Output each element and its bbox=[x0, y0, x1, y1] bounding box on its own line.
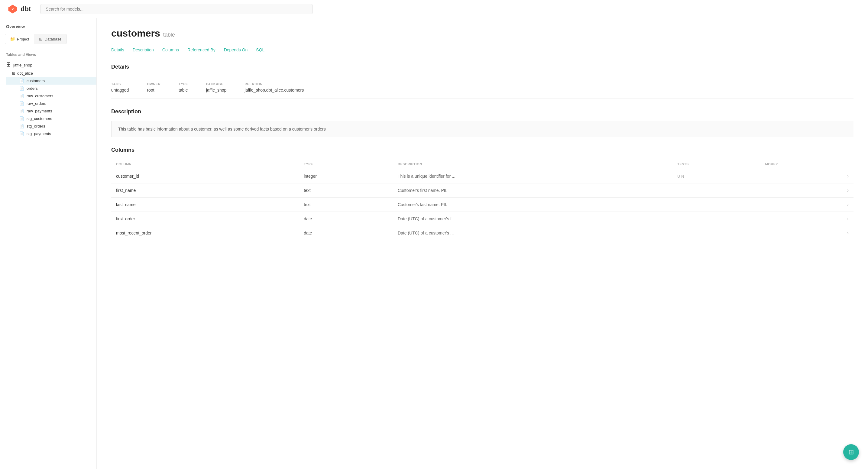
col-tests-most-recent-order bbox=[673, 226, 761, 240]
detail-owner: OWNER root bbox=[147, 82, 160, 92]
item-icon-stg-payments: 📄 bbox=[19, 131, 24, 136]
database-tab-icon: ⊞ bbox=[39, 37, 42, 41]
fab-icon: ⊞ bbox=[848, 448, 854, 456]
col-tests-first-name bbox=[673, 183, 761, 198]
sidebar-item-raw-customers-label: raw_customers bbox=[27, 94, 53, 98]
table-row: most_recent_order date Date (UTC) of a c… bbox=[111, 226, 854, 240]
columns-table: COLUMN TYPE DESCRIPTION TESTS MORE? cust… bbox=[111, 159, 854, 240]
sidebar-nav-tabs: 📁 Project ⊞ Database bbox=[5, 34, 92, 44]
col-more-first-order[interactable]: › bbox=[761, 212, 854, 226]
sidebar-group-jaffle-shop: 🗄 jaffle_shop ⊞ dbt_alice 📄 customers 📄 … bbox=[0, 59, 96, 139]
fab-button[interactable]: ⊞ bbox=[843, 444, 859, 460]
detail-tags: TAGS untagged bbox=[111, 82, 129, 92]
col-desc-first-name: Customer's first name. PII. bbox=[393, 183, 673, 198]
detail-type: TYPE table bbox=[179, 82, 188, 92]
col-desc-customer-id: This is a unique identifier for ... bbox=[393, 169, 673, 183]
tab-database[interactable]: ⊞ Database bbox=[34, 34, 66, 44]
col-type-date-recent: date bbox=[299, 226, 393, 240]
detail-tags-label: TAGS bbox=[111, 82, 129, 86]
sidebar-item-raw-customers[interactable]: 📄 raw_customers bbox=[6, 92, 96, 100]
col-tests-customer-id: U N bbox=[673, 169, 761, 183]
table-row: last_name text Customer's last name. PII… bbox=[111, 198, 854, 212]
sidebar-group-jaffle-shop-name: jaffle_shop bbox=[13, 63, 32, 67]
main-layout: Overview 📁 Project ⊞ Database Tables and… bbox=[0, 18, 868, 469]
page-title-name: customers bbox=[111, 28, 160, 39]
columns-table-head: COLUMN TYPE DESCRIPTION TESTS MORE? bbox=[111, 159, 854, 169]
db-icon: 🗄 bbox=[6, 62, 11, 68]
item-icon-orders: 📄 bbox=[19, 86, 24, 91]
page-title-type: table bbox=[163, 32, 175, 38]
tab-details[interactable]: Details bbox=[111, 45, 124, 55]
detail-type-label: TYPE bbox=[179, 82, 188, 86]
col-more-most-recent-order[interactable]: › bbox=[761, 226, 854, 240]
page-title: customers table bbox=[111, 28, 854, 39]
tab-database-label: Database bbox=[44, 37, 61, 41]
col-header-column: COLUMN bbox=[111, 159, 299, 169]
item-icon-stg-customers: 📄 bbox=[19, 116, 24, 121]
sidebar-sub-group-name: dbt_alice bbox=[17, 71, 33, 75]
sidebar-item-stg-orders-label: stg_orders bbox=[27, 124, 45, 128]
logo: × dbt bbox=[7, 4, 31, 14]
detail-type-value: table bbox=[179, 88, 188, 92]
detail-relation-label: RELATION bbox=[245, 82, 304, 86]
item-icon-raw-orders: 📄 bbox=[19, 101, 24, 106]
sidebar-item-orders-label: orders bbox=[27, 86, 38, 91]
sidebar-section-title: Tables and Views bbox=[0, 50, 96, 59]
sidebar-group-jaffle-shop-header[interactable]: 🗄 jaffle_shop bbox=[0, 60, 96, 69]
detail-package-label: PACKAGE bbox=[206, 82, 226, 86]
tab-sql[interactable]: SQL bbox=[256, 45, 265, 55]
item-icon-raw-customers: 📄 bbox=[19, 94, 24, 98]
col-header-more: MORE? bbox=[761, 159, 854, 169]
sidebar-item-raw-orders-label: raw_orders bbox=[27, 101, 46, 106]
tab-project[interactable]: 📁 Project bbox=[5, 34, 34, 44]
detail-tags-value: untagged bbox=[111, 88, 129, 92]
tab-columns[interactable]: Columns bbox=[162, 45, 179, 55]
content-tabs: Details Description Columns Referenced B… bbox=[111, 45, 854, 55]
details-grid: TAGS untagged OWNER root TYPE table PACK… bbox=[111, 76, 854, 99]
item-icon-stg-orders: 📄 bbox=[19, 124, 24, 128]
col-most-recent-order: most_recent_order bbox=[111, 226, 299, 240]
col-desc-last-name: Customer's last name. PII. bbox=[393, 198, 673, 212]
columns-table-body: customer_id integer This is a unique ide… bbox=[111, 169, 854, 240]
sidebar-sub-group-dbt-alice: ⊞ dbt_alice 📄 customers 📄 orders 📄 raw_c… bbox=[0, 69, 96, 137]
columns-section-title: Columns bbox=[111, 147, 854, 153]
description-section-title: Description bbox=[111, 108, 854, 115]
col-more-customer-id[interactable]: › bbox=[761, 169, 854, 183]
tab-project-label: Project bbox=[17, 37, 29, 41]
detail-owner-label: OWNER bbox=[147, 82, 160, 86]
sidebar-item-stg-customers-label: stg_customers bbox=[27, 116, 52, 121]
sidebar-item-stg-payments[interactable]: 📄 stg_payments bbox=[6, 130, 96, 137]
col-type-date-first: date bbox=[299, 212, 393, 226]
columns-section: Columns COLUMN TYPE DESCRIPTION TESTS MO… bbox=[111, 147, 854, 240]
sidebar-item-orders[interactable]: 📄 orders bbox=[6, 85, 96, 92]
sidebar-item-raw-payments-label: raw_payments bbox=[27, 109, 52, 113]
tab-description[interactable]: Description bbox=[133, 45, 154, 55]
sidebar-item-raw-payments[interactable]: 📄 raw_payments bbox=[6, 107, 96, 115]
project-icon: 📁 bbox=[10, 37, 15, 41]
sidebar-item-raw-orders[interactable]: 📄 raw_orders bbox=[6, 100, 96, 107]
col-type-integer: integer bbox=[299, 169, 393, 183]
sidebar-item-customers[interactable]: 📄 customers bbox=[6, 77, 96, 85]
detail-relation-value: jaffle_shop.dbt_alice.customers bbox=[245, 88, 304, 92]
search-input[interactable] bbox=[40, 4, 312, 14]
sidebar-item-stg-payments-label: stg_payments bbox=[27, 131, 51, 136]
item-icon-customers: 📄 bbox=[19, 79, 24, 83]
sidebar-sub-header-dbt-alice[interactable]: ⊞ dbt_alice bbox=[6, 69, 96, 77]
sidebar-item-stg-orders[interactable]: 📄 stg_orders bbox=[6, 122, 96, 130]
col-more-last-name[interactable]: › bbox=[761, 198, 854, 212]
col-more-first-name[interactable]: › bbox=[761, 183, 854, 198]
col-tests-first-order bbox=[673, 212, 761, 226]
sidebar-item-stg-customers[interactable]: 📄 stg_customers bbox=[6, 115, 96, 122]
chevron-right-icon: › bbox=[847, 230, 849, 236]
col-type-text-last: text bbox=[299, 198, 393, 212]
logo-text: dbt bbox=[21, 5, 31, 13]
description-text: This table has basic information about a… bbox=[111, 121, 854, 137]
tab-referenced-by[interactable]: Referenced By bbox=[187, 45, 216, 55]
details-section: Details TAGS untagged OWNER root TYPE ta… bbox=[111, 64, 854, 99]
chevron-right-icon: › bbox=[847, 216, 849, 221]
detail-owner-value: root bbox=[147, 88, 160, 92]
chevron-right-icon: › bbox=[847, 188, 849, 193]
tab-depends-on[interactable]: Depends On bbox=[224, 45, 248, 55]
dbt-logo-icon: × bbox=[7, 4, 18, 14]
svg-text:×: × bbox=[11, 7, 13, 11]
